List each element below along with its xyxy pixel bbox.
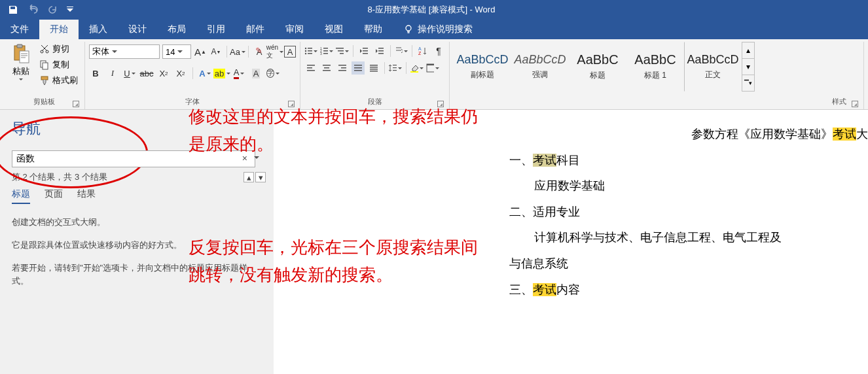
scroll-down-icon[interactable]: ▾: [742, 59, 754, 75]
brush-icon: [39, 75, 50, 86]
svg-rect-53: [427, 64, 434, 65]
copy-button[interactable]: 复制: [37, 58, 81, 72]
nav-tab-pages[interactable]: 页面: [45, 188, 63, 204]
paste-button[interactable]: 粘贴: [8, 42, 34, 82]
numbering-button[interactable]: 123: [320, 44, 333, 58]
svg-rect-16: [323, 48, 328, 49]
group-label-styles: 样式: [454, 95, 859, 109]
align-right-button[interactable]: [336, 61, 349, 75]
svg-rect-23: [340, 53, 344, 54]
group-styles: AaBbCcD副标题 AaBbCcD强调 AaBbC标题 AaBbC标题 1 A…: [450, 42, 864, 109]
superscript-button[interactable]: X2: [174, 67, 187, 80]
phonetic-guide-button[interactable]: wén文: [268, 45, 281, 58]
tab-home[interactable]: 开始: [39, 20, 79, 39]
italic-button[interactable]: I: [106, 67, 119, 80]
svg-rect-18: [323, 50, 328, 52]
svg-rect-20: [323, 53, 328, 54]
svg-rect-42: [354, 67, 362, 69]
svg-rect-41: [354, 65, 362, 66]
svg-rect-7: [43, 63, 48, 69]
tab-references[interactable]: 引用: [196, 20, 236, 39]
tab-view[interactable]: 视图: [314, 20, 353, 39]
svg-rect-25: [363, 50, 368, 52]
clipboard-launcher[interactable]: [73, 101, 79, 107]
redo-icon[interactable]: [47, 5, 58, 15]
align-distribute-button[interactable]: [367, 61, 380, 75]
subscript-button[interactable]: X2: [157, 67, 170, 80]
svg-rect-35: [323, 65, 331, 66]
document-area[interactable]: 修改这里的文本并按回车，搜索结果仍 是原来的。 反复按回车，光标在三个原搜索结果…: [274, 110, 868, 374]
text-direction-button[interactable]: [395, 44, 408, 58]
copy-icon: [39, 60, 50, 70]
svg-rect-34: [307, 70, 315, 71]
nav-tab-headings[interactable]: 标题: [12, 188, 30, 204]
svg-rect-47: [370, 71, 378, 72]
cut-button[interactable]: 剪切: [37, 42, 81, 56]
title-bar: 8-应用数学基础 [兼容模式] - Word: [0, 0, 868, 20]
style-normal[interactable]: AaBbCcD正文: [684, 42, 742, 92]
tab-help[interactable]: 帮助: [353, 20, 393, 39]
nav-result-count: 第 2 个结果，共 3 个结果: [12, 171, 107, 183]
workspace: 导航 × 第 2 个结果，共 3 个结果 ▴ ▾ 标题 页面 结果 创建文档的交…: [0, 110, 868, 374]
line-spacing-button[interactable]: [389, 61, 402, 75]
style-heading1[interactable]: AaBbC标题 1: [626, 42, 684, 92]
shrink-font-button[interactable]: A▼: [209, 45, 223, 58]
align-left-button[interactable]: [304, 61, 317, 75]
strike-button[interactable]: abc: [140, 67, 153, 80]
bullets-button[interactable]: [304, 44, 317, 58]
svg-rect-12: [308, 50, 312, 52]
style-emphasis[interactable]: AaBbCcD强调: [511, 42, 569, 92]
clear-format-button[interactable]: A✎: [253, 45, 266, 58]
text-effects-button[interactable]: A: [198, 67, 211, 80]
svg-text:A: A: [418, 46, 422, 51]
group-font: 宋体 14 A▲ A▼ Aa A✎ wén文 A B I U abc X2 X2…: [85, 42, 300, 109]
underline-button[interactable]: U: [123, 67, 136, 80]
next-result-button[interactable]: ▾: [255, 172, 266, 182]
style-subtitle[interactable]: AaBbCcD副标题: [454, 42, 511, 92]
svg-rect-40: [338, 70, 346, 71]
expand-icon[interactable]: ▔▾: [742, 75, 754, 91]
qat-customize-icon[interactable]: [67, 5, 73, 15]
styles-launcher[interactable]: [852, 101, 858, 107]
scroll-up-icon[interactable]: ▴: [742, 42, 754, 59]
svg-rect-43: [354, 70, 362, 71]
char-border-button[interactable]: A: [284, 46, 296, 58]
char-shading-button[interactable]: A: [249, 67, 262, 80]
svg-rect-29: [378, 53, 384, 54]
highlight-button[interactable]: ab: [215, 67, 228, 80]
tab-insert[interactable]: 插入: [79, 20, 118, 39]
prev-result-button[interactable]: ▴: [244, 172, 254, 182]
font-name-combo[interactable]: 宋体: [89, 44, 160, 59]
font-color-button[interactable]: A: [232, 67, 245, 80]
svg-rect-36: [324, 67, 329, 69]
svg-rect-44: [370, 65, 378, 66]
align-center-button[interactable]: [320, 61, 333, 75]
tab-mailings[interactable]: 邮件: [236, 20, 275, 39]
tab-layout[interactable]: 布局: [157, 20, 196, 39]
svg-point-0: [406, 26, 411, 31]
undo-icon[interactable]: [27, 5, 38, 15]
svg-text:Z: Z: [418, 51, 422, 56]
change-case-button[interactable]: Aa: [231, 45, 244, 58]
grow-font-button[interactable]: A▲: [194, 45, 207, 58]
save-icon[interactable]: [8, 5, 18, 15]
enclose-char-button[interactable]: 字: [266, 67, 280, 80]
bold-button[interactable]: B: [89, 67, 102, 80]
format-painter-button[interactable]: 格式刷: [37, 73, 81, 88]
style-gallery-more[interactable]: ▴ ▾ ▔▾: [742, 42, 755, 92]
borders-button[interactable]: [426, 61, 439, 75]
shading-button[interactable]: [410, 61, 424, 75]
nav-tab-results[interactable]: 结果: [77, 188, 96, 204]
style-title[interactable]: AaBbC标题: [569, 42, 626, 92]
sort-button[interactable]: AZ: [416, 44, 429, 58]
increase-indent-button[interactable]: [373, 44, 386, 58]
decrease-indent-button[interactable]: [357, 44, 371, 58]
tab-design[interactable]: 设计: [118, 20, 157, 39]
align-justify-button[interactable]: [352, 61, 365, 75]
tab-file[interactable]: 文件: [0, 20, 39, 39]
multilevel-button[interactable]: [336, 44, 349, 58]
show-marks-button[interactable]: ¶: [432, 44, 445, 58]
tab-review[interactable]: 审阅: [275, 20, 314, 39]
tab-tellme[interactable]: 操作说明搜索: [393, 20, 483, 39]
font-size-combo[interactable]: 14: [162, 44, 191, 59]
